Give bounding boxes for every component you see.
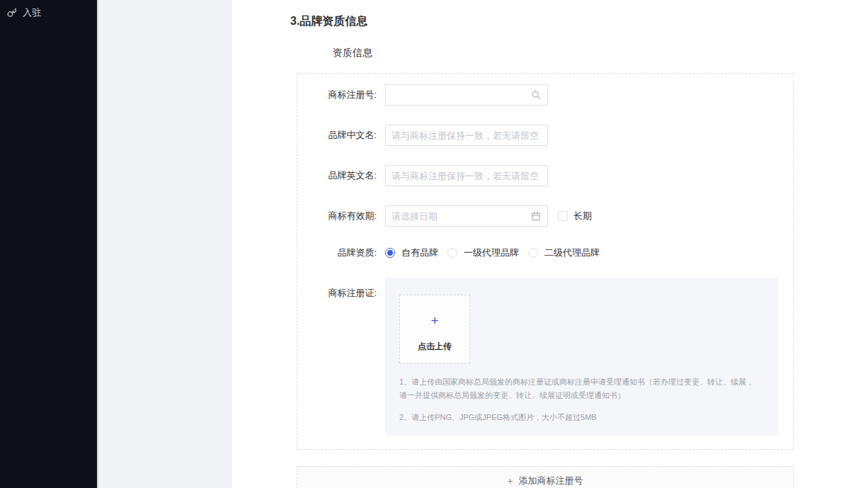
radio-level2-agent-brand[interactable]: 二级代理品牌 (528, 246, 600, 260)
radio-level1-agent-label: 一级代理品牌 (464, 246, 519, 259)
radio-own-brand-label: 自有品牌 (401, 246, 438, 259)
radio-circle-icon[interactable] (447, 248, 457, 258)
sidebar: 入驻 (0, 0, 97, 488)
certificate-label: 商标注册证: (297, 278, 385, 436)
brand-cn-row: 品牌中文名: (297, 125, 793, 146)
radio-own-brand[interactable]: 自有品牌 (385, 246, 438, 260)
validity-date-input[interactable] (386, 211, 531, 222)
trademark-number-row: 商标注册号: (297, 84, 793, 106)
radio-level1-agent-brand[interactable]: 一级代理品牌 (447, 246, 519, 260)
main-content: 3.品牌资质信息 资质信息 商标注册号: 品牌中文名: 品牌英文名: (232, 0, 868, 488)
validity-date-field (385, 205, 548, 227)
trademark-number-input[interactable] (386, 90, 531, 101)
trademark-number-label: 商标注册号: (297, 84, 385, 106)
sidebar-item-label: 入驻 (23, 6, 41, 19)
brand-en-label: 品牌英文名: (297, 165, 385, 186)
plus-icon: + (507, 475, 513, 487)
add-trademark-number-button[interactable]: + 添加商标注册号 (297, 466, 794, 488)
plus-icon: + (430, 314, 438, 327)
brand-en-input[interactable] (386, 171, 547, 181)
qualification-form-box: 商标注册号: 品牌中文名: 品牌英文名: 商标有效期: (297, 73, 794, 450)
radio-level2-agent-label: 二级代理品牌 (544, 246, 600, 259)
brand-qualification-row: 品牌资质: 自有品牌 一级代理品牌 二级代理品牌 (297, 246, 793, 260)
upload-note-2: 2、请上传PNG、JPG或JPEG格式图片，大小不超过5MB (399, 411, 760, 424)
validity-label: 商标有效期: (297, 205, 385, 227)
brand-qualification-radio-group: 自有品牌 一级代理品牌 二级代理品牌 (385, 246, 609, 260)
search-icon[interactable] (531, 90, 541, 100)
validity-row: 商标有效期: 长期 (297, 205, 793, 227)
longterm-label: 长期 (573, 205, 592, 227)
certificate-row: 商标注册证: + 点击上传 1、请上传由国家商标总局颁发的商标注册证或商标注册申… (297, 278, 793, 436)
longterm-checkbox[interactable] (558, 211, 568, 221)
section-title: 资质信息 (333, 47, 372, 59)
page-title: 3.品牌资质信息 (290, 14, 367, 29)
calendar-icon[interactable] (531, 211, 541, 221)
upload-dropzone[interactable]: + 点击上传 (399, 295, 470, 363)
brand-cn-label: 品牌中文名: (297, 125, 385, 146)
radio-circle-icon[interactable] (528, 248, 538, 258)
brand-qualification-label: 品牌资质: (297, 246, 385, 260)
brand-cn-input[interactable] (386, 130, 547, 141)
secondary-panel (97, 0, 232, 488)
radio-circle-icon[interactable] (385, 248, 395, 258)
longterm-checkbox-wrap[interactable]: 长期 (558, 205, 592, 227)
add-trademark-number-label: 添加商标注册号 (519, 475, 583, 487)
certificate-upload-panel: + 点击上传 1、请上传由国家商标总局颁发的商标注册证或商标注册申请受理通知书（… (385, 278, 778, 436)
key-icon (7, 8, 17, 18)
upload-note-1: 1、请上传由国家商标总局颁发的商标注册证或商标注册申请受理通知书（若办理过变更、… (399, 375, 760, 402)
sidebar-item-settle-in[interactable]: 入驻 (0, 0, 97, 25)
brand-cn-field (385, 125, 548, 146)
trademark-number-field (385, 84, 548, 106)
upload-button-label: 点击上传 (418, 341, 452, 353)
brand-en-row: 品牌英文名: (297, 165, 793, 186)
brand-en-field (385, 165, 548, 186)
